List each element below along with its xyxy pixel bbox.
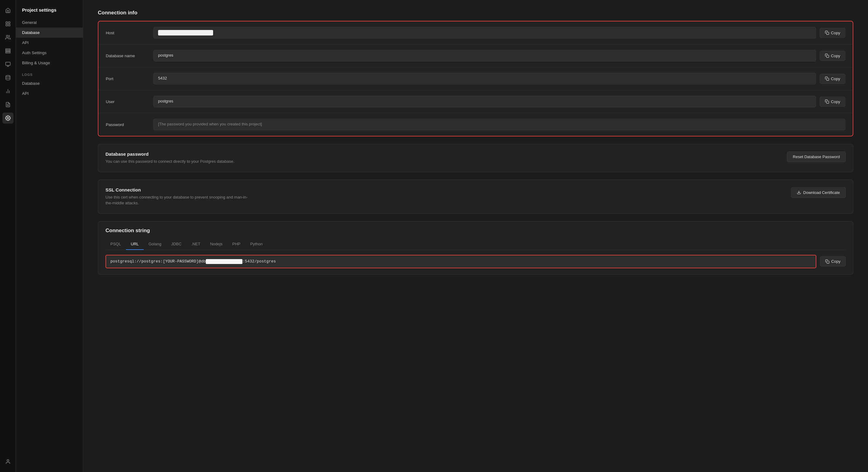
- main-content: Connection info Host Copy Database name …: [83, 0, 868, 472]
- host-copy-button[interactable]: Copy: [820, 28, 845, 38]
- password-row: Password [The password you provided when…: [98, 113, 853, 136]
- svg-rect-2: [6, 25, 7, 26]
- sidebar-item-general[interactable]: General: [16, 18, 83, 28]
- connection-string-section: Connection string PSQL URL Golang JDBC .…: [98, 221, 853, 275]
- sidebar-title: Project settings: [16, 5, 83, 18]
- nav-database[interactable]: [2, 72, 13, 83]
- connection-info-title: Connection info: [98, 10, 853, 16]
- svg-rect-24: [827, 261, 829, 263]
- nav-grid[interactable]: [2, 18, 13, 29]
- ssl-connection-text: SSL Connection Use this cert when connec…: [105, 187, 252, 206]
- svg-rect-19: [827, 32, 829, 35]
- database-name-value: postgres: [153, 50, 816, 61]
- database-name-value-wrap: postgres Copy: [153, 50, 845, 61]
- ssl-connection-description: Use this cert when connecting to your da…: [105, 194, 252, 206]
- svg-rect-1: [8, 22, 10, 23]
- port-row: Port 5432 Copy: [98, 67, 853, 90]
- port-value: 5432: [153, 73, 816, 84]
- ssl-connection-card: SSL Connection Use this cert when connec…: [98, 180, 853, 214]
- nav-monitor[interactable]: [2, 59, 13, 70]
- copy-icon: [825, 54, 829, 58]
- user-row: User postgres Copy: [98, 90, 853, 113]
- icon-bar: [0, 0, 16, 472]
- host-value: [153, 27, 816, 38]
- download-certificate-button[interactable]: Download Certificate: [791, 187, 846, 198]
- nav-users[interactable]: [2, 32, 13, 43]
- sidebar-item-billing[interactable]: Billing & Usage: [16, 58, 83, 68]
- nav-home[interactable]: [2, 5, 13, 16]
- svg-rect-20: [827, 55, 829, 58]
- connection-string-value-wrap: postgresql://postgres:[YOUR-PASSWORD]@db…: [98, 250, 853, 274]
- connection-string-text: postgresql://postgres:[YOUR-PASSWORD]@db…: [111, 259, 811, 264]
- sidebar-item-api[interactable]: API: [16, 38, 83, 48]
- svg-rect-3: [8, 25, 10, 26]
- user-value: postgres: [153, 96, 816, 107]
- database-password-text: Database password You can use this passw…: [105, 151, 235, 165]
- tab-psql[interactable]: PSQL: [105, 239, 126, 250]
- sidebar: Project settings General Database API Au…: [16, 0, 83, 472]
- database-password-card: Database password You can use this passw…: [98, 144, 853, 172]
- database-name-label: Database name: [106, 54, 149, 58]
- connection-string-box: postgresql://postgres:[YOUR-PASSWORD]@db…: [105, 255, 816, 268]
- svg-rect-0: [6, 22, 7, 23]
- password-value-wrap: [The password you provided when you crea…: [153, 119, 845, 130]
- port-copy-button[interactable]: Copy: [820, 74, 845, 84]
- user-label: User: [106, 99, 149, 104]
- ssl-connection-action: Download Certificate: [791, 187, 846, 198]
- tab-golang[interactable]: Golang: [144, 239, 166, 250]
- download-icon: [797, 190, 801, 195]
- connection-string-tabs: PSQL URL Golang JDBC .NET Nodejs PHP Pyt…: [105, 239, 846, 250]
- tab-net[interactable]: .NET: [186, 239, 206, 250]
- host-masked-value: [158, 30, 213, 35]
- database-password-description: You can use this password to connect dir…: [105, 158, 235, 165]
- svg-point-11: [6, 76, 10, 77]
- password-label: Password: [106, 122, 149, 127]
- tab-url[interactable]: URL: [126, 239, 144, 250]
- tab-php[interactable]: PHP: [227, 239, 246, 250]
- user-copy-button[interactable]: Copy: [820, 97, 845, 107]
- sidebar-item-database[interactable]: Database: [16, 28, 83, 38]
- nav-storage[interactable]: [2, 45, 13, 56]
- copy-icon: [825, 31, 829, 35]
- ssl-connection-title: SSL Connection: [105, 187, 252, 193]
- port-value-wrap: 5432 Copy: [153, 73, 845, 84]
- nav-chart[interactable]: [2, 86, 13, 97]
- svg-rect-7: [5, 52, 10, 53]
- copy-icon: [825, 259, 830, 264]
- tab-nodejs[interactable]: Nodejs: [205, 239, 227, 250]
- nav-report[interactable]: [2, 99, 13, 110]
- tab-jdbc[interactable]: JDBC: [166, 239, 186, 250]
- database-password-action: Reset Database Password: [787, 151, 846, 162]
- svg-rect-22: [827, 101, 829, 104]
- sidebar-item-logs-database[interactable]: Database: [16, 78, 83, 88]
- nav-user-profile[interactable]: [2, 456, 13, 467]
- logs-section-label: Logs: [16, 68, 83, 78]
- svg-rect-5: [5, 49, 10, 50]
- tab-python[interactable]: Python: [245, 239, 267, 250]
- database-name-row: Database name postgres Copy: [98, 45, 853, 67]
- host-label: Host: [106, 31, 149, 35]
- user-value-wrap: postgres Copy: [153, 96, 845, 107]
- connection-info-card: Host Copy Database name postgres Copy: [98, 21, 853, 137]
- database-password-title: Database password: [105, 151, 235, 157]
- password-value: [The password you provided when you crea…: [153, 119, 845, 130]
- connection-string-header: Connection string: [98, 222, 853, 234]
- connection-string-copy-button[interactable]: Copy: [820, 256, 846, 266]
- svg-point-17: [7, 117, 8, 119]
- sidebar-item-logs-api[interactable]: API: [16, 88, 83, 98]
- port-label: Port: [106, 77, 149, 81]
- host-value-wrap: Copy: [153, 27, 845, 38]
- svg-rect-21: [827, 78, 829, 81]
- reset-password-button[interactable]: Reset Database Password: [787, 151, 846, 162]
- nav-settings[interactable]: [2, 113, 13, 124]
- copy-icon: [825, 99, 829, 104]
- svg-point-18: [7, 460, 9, 461]
- connection-string-masked: [206, 259, 243, 264]
- svg-point-4: [6, 35, 8, 37]
- svg-rect-6: [5, 51, 10, 52]
- svg-rect-8: [5, 62, 10, 65]
- database-name-copy-button[interactable]: Copy: [820, 51, 845, 61]
- connection-string-title: Connection string: [105, 228, 846, 234]
- sidebar-item-auth-settings[interactable]: Auth Settings: [16, 48, 83, 58]
- host-row: Host Copy: [98, 22, 853, 45]
